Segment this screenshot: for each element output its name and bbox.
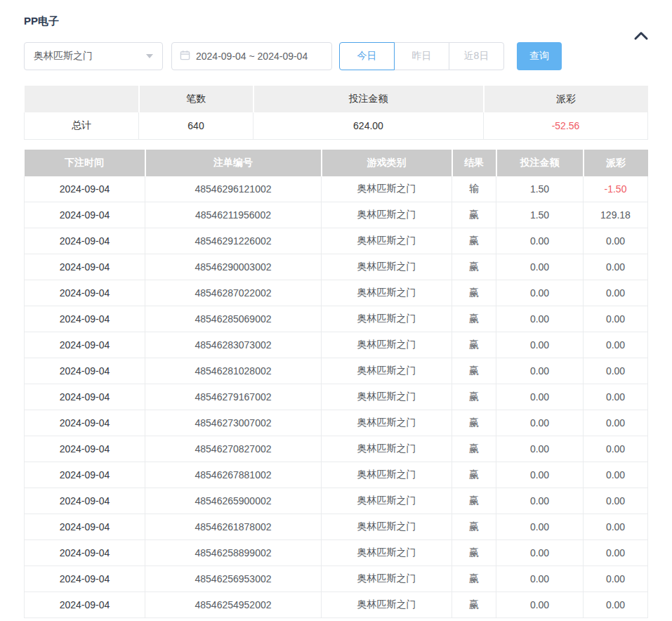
bet-amount-cell: 0.00 [496, 566, 584, 592]
game-type-cell: 奥林匹斯之门 [322, 514, 452, 540]
collapse-panel-button[interactable] [633, 29, 650, 43]
table-row: 2024-09-0448546281028002奥林匹斯之门赢0.000.00 [25, 358, 648, 384]
chevron-up-icon [633, 34, 650, 45]
table-row: 2024-09-0448546270827002奥林匹斯之门赢0.000.00 [25, 436, 648, 462]
bet-id-cell: 48546296121002 [145, 176, 322, 202]
payout-cell: 0.00 [584, 410, 648, 436]
total-bet-amount: 624.00 [253, 112, 484, 139]
game-type-cell: 奥林匹斯之门 [322, 488, 452, 514]
bet-amount-cell: 1.50 [496, 202, 584, 228]
bet-table-header-row: 下注时间 注单编号 游戏类别 结果 投注金额 派彩 [25, 150, 648, 176]
bet-id-cell: 48546285069002 [145, 306, 322, 332]
table-row: 2024-09-0448546273007002奥林匹斯之门赢0.000.00 [25, 410, 648, 436]
bet-id-cell: 48546270827002 [145, 436, 322, 462]
total-label: 总计 [25, 112, 139, 139]
result-cell: 赢 [452, 332, 496, 358]
game-type-cell: 奥林匹斯之门 [322, 436, 452, 462]
bet-amount-cell: 0.00 [496, 280, 584, 306]
bet-id-cell: 48546258899002 [145, 540, 322, 566]
bet-amount-cell: 0.00 [496, 592, 584, 618]
payout-cell: 0.00 [584, 488, 648, 514]
game-select[interactable]: 奥林匹斯之门 [24, 42, 163, 70]
result-cell: 赢 [452, 488, 496, 514]
bet-amount-cell: 0.00 [496, 332, 584, 358]
game-type-cell: 奥林匹斯之门 [322, 332, 452, 358]
today-button[interactable]: 今日 [339, 42, 395, 70]
bet-time-cell: 2024-09-04 [25, 176, 145, 202]
bet-amount-cell: 0.00 [496, 306, 584, 332]
bet-records-table: 下注时间 注单编号 游戏类别 结果 投注金额 派彩 2024-09-044854… [24, 150, 648, 619]
bet-amount-cell: 0.00 [496, 488, 584, 514]
game-type-cell: 奥林匹斯之门 [322, 462, 452, 488]
payout-cell: -1.50 [584, 176, 648, 202]
col-payout: 派彩 [584, 150, 648, 176]
payout-cell: 0.00 [584, 306, 648, 332]
game-type-cell: 奥林匹斯之门 [322, 592, 452, 618]
bet-amount-cell: 0.00 [496, 410, 584, 436]
table-row: 2024-09-0448546285069002奥林匹斯之门赢0.000.00 [25, 306, 648, 332]
table-row: 2024-09-0448546211956002奥林匹斯之门赢1.50129.1… [25, 202, 648, 228]
result-cell: 赢 [452, 202, 496, 228]
table-row: 2024-09-0448546283073002奥林匹斯之门赢0.000.00 [25, 332, 648, 358]
bet-time-cell: 2024-09-04 [25, 462, 145, 488]
bet-time-cell: 2024-09-04 [25, 592, 145, 618]
date-range-input[interactable]: 2024-09-04 ~ 2024-09-04 [171, 42, 332, 70]
last-8-days-button[interactable]: 近8日 [449, 42, 504, 70]
table-row: 2024-09-0448546265900002奥林匹斯之门赢0.000.00 [25, 488, 648, 514]
summary-total-row: 总计 640 624.00 -52.56 [25, 112, 648, 139]
result-cell: 赢 [452, 566, 496, 592]
game-type-cell: 奥林匹斯之门 [322, 176, 452, 202]
payout-cell: 0.00 [584, 514, 648, 540]
table-row: 2024-09-0448546267881002奥林匹斯之门赢0.000.00 [25, 462, 648, 488]
game-type-cell: 奥林匹斯之门 [322, 384, 452, 410]
game-type-cell: 奥林匹斯之门 [322, 410, 452, 436]
bet-id-cell: 48546283073002 [145, 332, 322, 358]
filter-bar: 奥林匹斯之门 2024-09-04 ~ 2024-09-04 今日 昨日 近8日… [24, 42, 672, 70]
payout-cell: 0.00 [584, 592, 648, 618]
bet-amount-cell: 0.00 [496, 462, 584, 488]
table-row: 2024-09-0448546296121002奥林匹斯之门输1.50-1.50 [25, 176, 648, 202]
bet-id-cell: 48546291226002 [145, 228, 322, 254]
result-cell: 赢 [452, 358, 496, 384]
game-type-cell: 奥林匹斯之门 [322, 540, 452, 566]
bet-time-cell: 2024-09-04 [25, 540, 145, 566]
total-payout: -52.56 [484, 112, 648, 139]
search-button[interactable]: 查询 [517, 42, 562, 70]
payout-cell: 0.00 [584, 358, 648, 384]
bet-id-cell: 48546281028002 [145, 358, 322, 384]
payout-cell: 0.00 [584, 462, 648, 488]
yesterday-button[interactable]: 昨日 [394, 42, 449, 70]
bet-table-body: 2024-09-0448546296121002奥林匹斯之门输1.50-1.50… [25, 176, 648, 618]
bet-time-cell: 2024-09-04 [25, 254, 145, 280]
bet-time-cell: 2024-09-04 [25, 488, 145, 514]
date-range-value: 2024-09-04 ~ 2024-09-04 [196, 51, 308, 62]
table-row: 2024-09-0448546256953002奥林匹斯之门赢0.000.00 [25, 566, 648, 592]
table-row: 2024-09-0448546287022002奥林匹斯之门赢0.000.00 [25, 280, 648, 306]
bet-amount-cell: 0.00 [496, 384, 584, 410]
bet-time-cell: 2024-09-04 [25, 384, 145, 410]
bet-amount-cell: 0.00 [496, 514, 584, 540]
bet-id-cell: 48546290003002 [145, 254, 322, 280]
summary-header-row: 笔数 投注金额 派彩 [25, 86, 648, 112]
result-cell: 赢 [452, 592, 496, 618]
table-row: 2024-09-0448546291226002奥林匹斯之门赢0.000.00 [25, 228, 648, 254]
bet-time-cell: 2024-09-04 [25, 436, 145, 462]
bet-id-cell: 48546254952002 [145, 592, 322, 618]
caret-down-icon [146, 54, 153, 58]
result-cell: 赢 [452, 410, 496, 436]
bet-id-cell: 48546287022002 [145, 280, 322, 306]
game-select-value: 奥林匹斯之门 [34, 50, 93, 63]
table-row: 2024-09-0448546279167002奥林匹斯之门赢0.000.00 [25, 384, 648, 410]
bet-amount-cell: 0.00 [496, 228, 584, 254]
pp-games-panel: PP电子 奥林匹斯之门 2024-09-04 ~ 2024-09-04 [0, 15, 672, 621]
bet-amount-cell: 1.50 [496, 176, 584, 202]
bet-id-cell: 48546267881002 [145, 462, 322, 488]
bet-time-cell: 2024-09-04 [25, 410, 145, 436]
calendar-icon [180, 50, 190, 63]
summary-col-count: 笔数 [139, 86, 253, 112]
result-cell: 赢 [452, 384, 496, 410]
bet-time-cell: 2024-09-04 [25, 280, 145, 306]
quick-date-button-group: 今日 昨日 近8日 [339, 42, 504, 70]
bet-amount-cell: 0.00 [496, 254, 584, 280]
result-cell: 赢 [452, 462, 496, 488]
